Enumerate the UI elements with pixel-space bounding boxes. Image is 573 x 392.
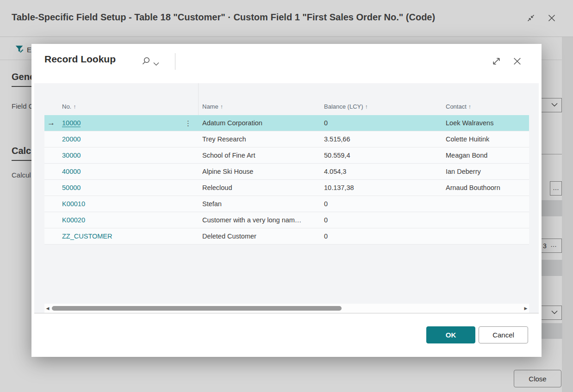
cell-no: 20000 xyxy=(44,135,198,143)
scrollbar-track[interactable] xyxy=(51,304,523,313)
table-row[interactable]: → 10000 ⋮ Adatum Corporation 0 Loek Walr… xyxy=(44,115,529,131)
cell-name[interactable]: Stefan xyxy=(198,200,319,208)
cell-name[interactable]: Relecloud xyxy=(198,184,319,191)
search-icon[interactable] xyxy=(141,56,150,66)
record-no-link[interactable]: K00020 xyxy=(62,216,85,224)
scroll-left-arrow-icon[interactable]: ◀ xyxy=(44,306,51,311)
app-window: Table-Specific Field Setup - Table 18 "C… xyxy=(0,0,573,392)
record-no-link[interactable]: 50000 xyxy=(62,184,81,191)
cell-no: 50000 xyxy=(44,184,198,191)
cell-no: 30000 xyxy=(44,152,198,159)
grid-header-row: No. ↑ Name ↑ Balance (LCY) ↑ Contact ↑ xyxy=(44,98,529,115)
cell-balance[interactable]: 0 xyxy=(319,200,441,208)
cell-name[interactable]: School of Fine Art xyxy=(198,152,319,159)
cell-no: ZZ_CUSTOMER xyxy=(44,233,198,240)
table-row[interactable]: K00010 Stefan 0 xyxy=(44,196,529,212)
scroll-right-arrow-icon[interactable]: ▶ xyxy=(523,306,529,311)
cell-balance[interactable]: 50.559,4 xyxy=(319,152,441,159)
table-row[interactable]: ZZ_CUSTOMER Deleted Customer 0 xyxy=(44,228,529,245)
cell-balance[interactable]: 0 xyxy=(319,216,441,224)
cell-no: → 10000 ⋮ xyxy=(44,119,198,127)
column-header-balance[interactable]: Balance (LCY) ↑ xyxy=(319,103,441,110)
current-row-arrow-icon: → xyxy=(47,118,55,128)
table-row[interactable]: 20000 Trey Research 3.515,66 Colette Hui… xyxy=(44,131,529,147)
cell-balance[interactable]: 10.137,38 xyxy=(319,184,441,191)
cell-name[interactable]: Deleted Customer xyxy=(198,233,319,240)
column-header-no[interactable]: No. ↑ xyxy=(44,103,198,110)
sort-ascending-icon: ↑ xyxy=(220,104,223,110)
cell-no: 40000 xyxy=(44,168,198,175)
cell-contact[interactable]: Loek Walravens xyxy=(441,119,529,127)
cell-name[interactable]: Customer with a very long nam… xyxy=(198,216,319,224)
table-row[interactable]: 30000 School of Fine Art 50.559,4 Meagan… xyxy=(44,147,529,164)
row-menu-icon[interactable]: ⋮ xyxy=(185,119,192,128)
cell-no: K00020 xyxy=(44,216,198,224)
cell-contact[interactable]: Arnaud Bouthoorn xyxy=(441,184,529,191)
sort-ascending-icon: ↑ xyxy=(73,104,76,110)
table-row[interactable]: K00020 Customer with a very long nam… 0 xyxy=(44,212,529,228)
cancel-button[interactable]: Cancel xyxy=(479,326,528,343)
table-row[interactable]: 50000 Relecloud 10.137,38 Arnaud Bouthoo… xyxy=(44,180,529,196)
close-dialog-icon[interactable] xyxy=(512,56,522,66)
cell-name[interactable]: Alpine Ski House xyxy=(198,168,319,175)
record-lookup-grid: No. ↑ Name ↑ Balance (LCY) ↑ Contact ↑ xyxy=(34,83,539,313)
column-header-contact[interactable]: Contact ↑ xyxy=(441,103,529,110)
cell-contact[interactable]: Colette Huitink xyxy=(441,135,529,143)
dialog-title: Record Lookup xyxy=(44,54,116,65)
cell-contact[interactable]: Meagan Bond xyxy=(441,152,529,159)
record-no-link[interactable]: 40000 xyxy=(62,168,81,175)
horizontal-scrollbar[interactable]: ◀ ▶ xyxy=(44,304,529,313)
record-no-link[interactable]: 10000 xyxy=(62,119,81,127)
sort-ascending-icon: ↑ xyxy=(365,104,368,110)
cell-contact[interactable]: Ian Deberry xyxy=(441,168,529,175)
scrollbar-thumb[interactable] xyxy=(52,306,342,311)
header-divider xyxy=(175,53,175,70)
cell-balance[interactable]: 0 xyxy=(319,233,441,240)
cell-balance[interactable]: 0 xyxy=(319,119,441,127)
cell-balance[interactable]: 3.515,66 xyxy=(319,135,441,143)
cell-name[interactable]: Trey Research xyxy=(198,135,319,143)
column-header-name[interactable]: Name ↑ xyxy=(198,103,319,110)
search-chevron-down-icon[interactable] xyxy=(153,60,159,64)
ok-button[interactable]: OK xyxy=(426,326,475,343)
cell-balance[interactable]: 4.054,3 xyxy=(319,168,441,175)
record-no-link[interactable]: 20000 xyxy=(62,135,81,143)
record-no-link[interactable]: K00010 xyxy=(62,200,85,208)
cell-name[interactable]: Adatum Corporation xyxy=(198,119,319,127)
record-no-link[interactable]: 30000 xyxy=(62,152,81,159)
record-no-link[interactable]: ZZ_CUSTOMER xyxy=(62,233,112,240)
sort-ascending-icon: ↑ xyxy=(468,104,471,110)
table-row[interactable]: 40000 Alpine Ski House 4.054,3 Ian Deber… xyxy=(44,164,529,180)
cell-no: K00010 xyxy=(44,200,198,208)
record-lookup-dialog: Record Lookup No. xyxy=(31,44,542,357)
table-body: → 10000 ⋮ Adatum Corporation 0 Loek Walr… xyxy=(44,115,529,245)
expand-dialog-icon[interactable] xyxy=(492,56,501,66)
